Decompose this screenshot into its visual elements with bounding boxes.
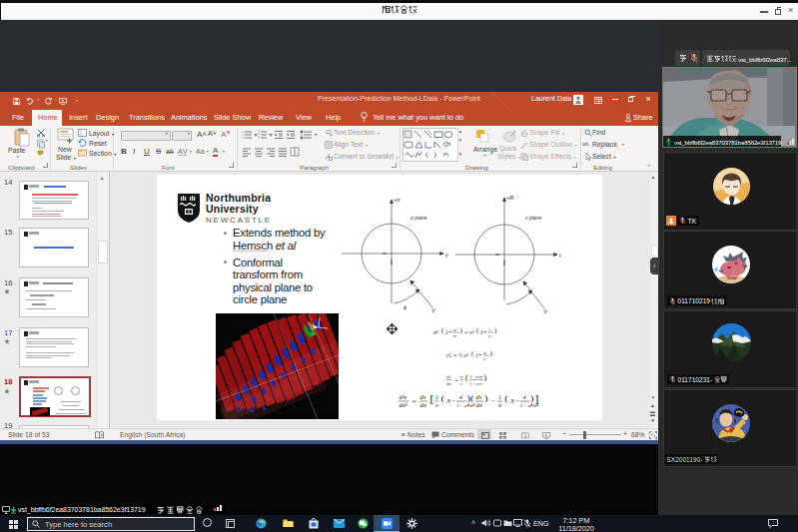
svg-text:1+: 1+: [445, 329, 452, 335]
svg-text:dv: dv: [476, 395, 482, 400]
svg-text:4: 4: [522, 395, 525, 400]
svg-text:σ⁴: σ⁴: [453, 333, 457, 338]
svg-text:1+: 1+: [480, 329, 487, 335]
svg-text:]: ]: [534, 393, 538, 404]
svg-text:V: V: [543, 308, 548, 314]
svg-text:[: [: [429, 393, 433, 404]
svg-text:dσ²: dσ²: [399, 402, 407, 407]
svg-text:ϕ: ϕ: [403, 304, 406, 310]
svg-text:dσ: dσ: [446, 381, 451, 386]
svg-text:(: (: [465, 373, 468, 382]
svg-text:1: 1: [435, 395, 438, 400]
svg-text:y⁴: y⁴: [487, 333, 492, 338]
svg-text:4: 4: [459, 395, 462, 400]
svg-text:dσ: dσ: [476, 402, 482, 407]
svg-text:): ): [490, 349, 493, 357]
svg-text:a⁴: a⁴: [453, 327, 457, 332]
svg-text:dv: dv: [420, 395, 426, 400]
svg-text:(: (: [471, 349, 474, 357]
svg-text:v: v: [435, 402, 438, 407]
svg-text:1+: 1+: [475, 352, 482, 358]
svg-text:−: −: [490, 398, 496, 405]
svg-text:dv: dv: [446, 374, 450, 379]
svg-text:(: (: [441, 326, 444, 334]
svg-text:σ: σ: [460, 374, 463, 379]
svg-text:=: =: [411, 398, 417, 405]
svg-text:α plane: α plane: [410, 215, 427, 221]
svg-text:): ): [484, 373, 487, 382]
svg-text:dσ: dσ: [420, 402, 426, 407]
svg-text:(: (: [476, 326, 479, 334]
svg-text:r²ₑ = ½ s²: r²ₑ = ½ s²: [446, 352, 468, 358]
svg-text:1: 1: [498, 395, 501, 400]
svg-text:)(: )(: [466, 394, 473, 404]
svg-text:): ): [494, 326, 497, 334]
svg-text:σ: σ: [498, 402, 501, 407]
svg-text:= v²: = v²: [464, 329, 474, 335]
svg-text:3−: 3−: [445, 398, 456, 405]
svg-text:): ): [530, 394, 534, 404]
svg-text:σ²: σ²: [433, 329, 438, 335]
svg-text:): ): [460, 326, 463, 334]
svg-text:1− a⁴∕σ⁴: 1− a⁴∕σ⁴: [456, 402, 475, 407]
svg-text:a⁴: a⁴: [483, 350, 487, 355]
svg-text:=: =: [454, 377, 458, 383]
svg-text:+iz: +iz: [394, 197, 400, 203]
svg-text:r⁴: r⁴: [488, 327, 492, 332]
svg-text:v plane: v plane: [525, 215, 541, 221]
svg-text:1+ a⁴∕v⁴: 1+ a⁴∕v⁴: [470, 381, 484, 386]
svg-text:t: t: [559, 253, 561, 259]
svg-text:(: (: [441, 394, 445, 404]
svg-text:3−: 3−: [509, 398, 520, 405]
svg-text:1+ a⁴∕σ⁴: 1+ a⁴∕σ⁴: [470, 374, 484, 379]
svg-text:V: V: [431, 307, 436, 313]
svg-text:): ): [484, 394, 488, 404]
svg-text:d²v: d²v: [399, 395, 407, 400]
svg-text:v: v: [460, 381, 462, 386]
svg-text:s⁴: s⁴: [483, 356, 487, 361]
svg-text:(: (: [504, 394, 508, 404]
svg-text:+iR: +iR: [506, 195, 514, 201]
